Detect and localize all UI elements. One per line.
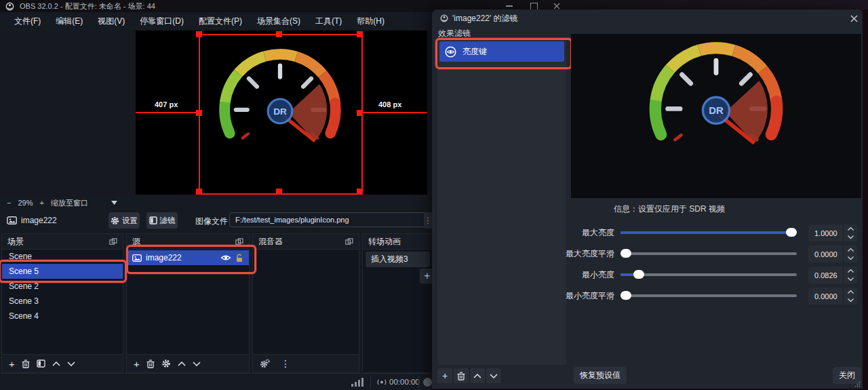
- advanced-audio-icon[interactable]: [260, 359, 270, 368]
- spinbox-value[interactable]: 1.0000: [808, 225, 843, 241]
- browse-button-clipped[interactable]: ⋮: [424, 212, 432, 229]
- slider-handle[interactable]: [786, 228, 797, 237]
- zoom-fit-label[interactable]: 缩放至窗口: [51, 198, 88, 208]
- menu-file[interactable]: 文件(F): [7, 12, 48, 31]
- filter-list: 亮度键: [437, 39, 566, 365]
- close-dialog-button[interactable]: [850, 15, 858, 22]
- spin-down-button[interactable]: [844, 254, 857, 263]
- move-scene-down-button[interactable]: [67, 362, 75, 366]
- minimize-icon: [506, 5, 513, 7]
- selection-handle-bl[interactable]: [196, 189, 202, 195]
- mixer-panel: 混音器 ⋮: [252, 233, 359, 373]
- chevron-down-icon: [490, 374, 498, 378]
- menu-tools[interactable]: 工具(T): [308, 12, 349, 31]
- spin-up-button[interactable]: [844, 267, 857, 275]
- restore-defaults-button[interactable]: 恢复预设值: [574, 367, 627, 384]
- slider-handle[interactable]: [620, 291, 631, 300]
- luma-min-slider[interactable]: [620, 269, 797, 280]
- spin-down-button[interactable]: [844, 233, 857, 242]
- slider-label: 最小亮度: [560, 269, 614, 281]
- menu-docks[interactable]: 停靠窗口(D): [132, 12, 191, 31]
- remove-filter-button[interactable]: [454, 368, 469, 383]
- spin-down-button[interactable]: [844, 296, 857, 305]
- dimension-line-left: [136, 112, 199, 113]
- selection-handle-bc[interactable]: [276, 189, 282, 195]
- spinbox-value[interactable]: 0.0000: [808, 288, 843, 305]
- selection-handle-tc[interactable]: [276, 31, 282, 37]
- popout-icon[interactable]: [235, 238, 243, 245]
- filters-dialog-title: 'image222' 的滤镜: [452, 13, 518, 24]
- menu-edit[interactable]: 编辑(E): [48, 12, 90, 31]
- chevron-up-icon: [473, 374, 481, 378]
- spinbox-value[interactable]: 0.0826: [808, 267, 843, 284]
- add-scene-button[interactable]: +: [9, 358, 15, 370]
- popout-icon[interactable]: [345, 238, 353, 245]
- luma-max-spinbox[interactable]: 1.0000: [808, 225, 857, 241]
- close-icon: [553, 3, 560, 9]
- luma-min-smooth-spinbox[interactable]: 0.0000: [808, 288, 857, 305]
- dimension-label-right: 408 px: [378, 100, 401, 109]
- scenes-panel-title: 场景: [7, 236, 24, 248]
- luma-max-smooth-spinbox[interactable]: 0.0000: [808, 246, 857, 262]
- menu-view[interactable]: 视图(V): [90, 12, 132, 31]
- zoom-out-button[interactable]: −: [7, 199, 11, 207]
- scene-item[interactable]: Scene 3: [2, 294, 123, 309]
- add-filter-button[interactable]: +: [437, 368, 452, 383]
- selection-handle-tl[interactable]: [196, 31, 202, 37]
- source-settings-label: 设置: [122, 216, 138, 226]
- selection-rectangle[interactable]: [199, 34, 363, 195]
- move-scene-up-button[interactable]: [52, 362, 60, 366]
- filters-dialog: 'image222' 的滤镜 效果滤镜 亮度键: [432, 9, 863, 389]
- source-properties-button[interactable]: [161, 359, 171, 368]
- trash-icon: [457, 372, 465, 381]
- luma-max-slider[interactable]: [620, 227, 797, 238]
- remove-scene-button[interactable]: [22, 359, 30, 368]
- move-source-up-button[interactable]: [178, 362, 186, 366]
- dock-area: 场景 Scene Scene 5 Scene 2 Scene 3 Scene 4…: [0, 232, 432, 373]
- popout-icon[interactable]: [109, 238, 117, 245]
- source-filters-button[interactable]: 滤镜: [146, 212, 178, 229]
- slider-handle[interactable]: [633, 270, 644, 279]
- gauge-image: DR: [638, 34, 794, 190]
- dimension-label-left: 407 px: [155, 100, 178, 109]
- spinbox-value[interactable]: 0.0000: [808, 246, 843, 262]
- luma-min-smooth-slider[interactable]: [620, 290, 797, 301]
- slider-label: 最小亮度平滑: [560, 290, 614, 302]
- selection-handle-br[interactable]: [357, 189, 363, 195]
- slider-handle[interactable]: [620, 249, 631, 258]
- sdr-info-text: 信息：设置仅应用于 SDR 视频: [614, 203, 725, 215]
- zoom-in-button[interactable]: +: [39, 199, 43, 207]
- move-filter-down-button[interactable]: [486, 368, 501, 383]
- transitions-panel: 转场动画 插入视频3 +: [362, 233, 432, 373]
- mixer-menu-kebab-icon[interactable]: ⋮: [281, 358, 290, 369]
- remove-source-button[interactable]: [146, 359, 155, 368]
- selection-handle-tr[interactable]: [357, 31, 363, 37]
- menu-help[interactable]: 帮助(H): [349, 12, 392, 31]
- luma-min-spinbox[interactable]: 0.0826: [808, 267, 857, 284]
- rec-indicator-icon: [377, 378, 387, 386]
- move-source-down-button[interactable]: [193, 362, 201, 366]
- luma-max-smooth-slider[interactable]: [620, 248, 797, 259]
- menu-scene-collection[interactable]: 场景集合(S): [250, 12, 308, 31]
- spin-up-button[interactable]: [844, 225, 857, 233]
- add-source-button[interactable]: +: [134, 358, 140, 370]
- gear-icon: [111, 216, 119, 225]
- transition-select[interactable]: 插入视频3: [366, 252, 430, 267]
- spin-down-button[interactable]: [844, 275, 857, 284]
- source-toolbar: image222 设置 滤镜 图像文件 ⋮: [0, 209, 432, 232]
- menu-profile[interactable]: 配置文件(P): [191, 12, 250, 31]
- image-source-icon: [7, 216, 17, 225]
- preview-canvas[interactable]: DR 407 px 408 px: [136, 31, 427, 195]
- move-filter-up-button[interactable]: [470, 368, 485, 383]
- menubar: 文件(F) 编辑(E) 视图(V) 停靠窗口(D) 配置文件(P) 场景集合(S…: [0, 12, 439, 31]
- spin-up-button[interactable]: [844, 288, 857, 296]
- image-file-path-input[interactable]: [229, 212, 431, 227]
- zoom-dropdown-icon[interactable]: [111, 201, 117, 205]
- scene-filters-button[interactable]: [37, 359, 45, 368]
- source-settings-button[interactable]: 设置: [108, 212, 140, 229]
- scene-item[interactable]: Scene 4: [2, 309, 123, 324]
- add-transition-button[interactable]: +: [420, 269, 432, 284]
- resize-grip[interactable]: [854, 381, 861, 387]
- timer-text: 00:00:00: [389, 378, 420, 386]
- spin-up-button[interactable]: [844, 246, 857, 254]
